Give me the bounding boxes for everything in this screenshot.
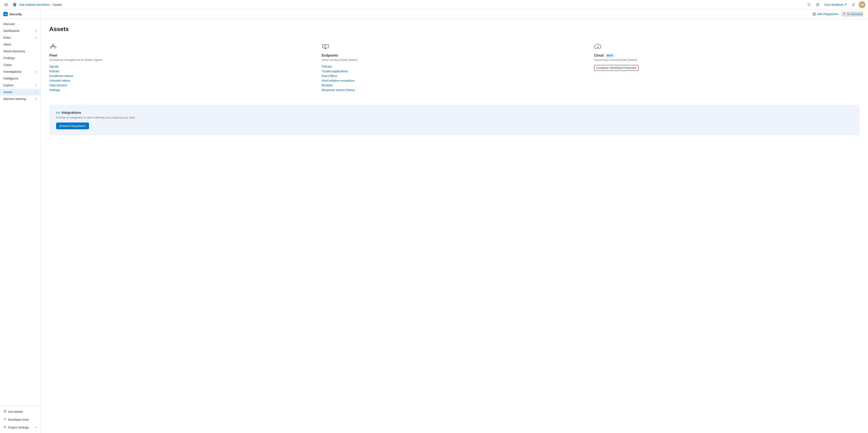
sidebar-item-explore[interactable]: Explore ⊞ <box>0 82 40 89</box>
sidebar-item-developer-tools[interactable]: Developer tools <box>0 415 40 424</box>
sidebar-item-alerts[interactable]: Alerts <box>0 41 40 48</box>
sidebar-title: Security <box>9 12 22 16</box>
developer-tools-label: Developer tools <box>8 418 29 421</box>
endpoints-icon <box>321 43 587 52</box>
project-settings-icon <box>3 426 6 429</box>
sidebar-item-intelligence[interactable]: Intelligence <box>0 75 40 82</box>
feedback-label: Give feedback <box>825 3 843 6</box>
help-button[interactable] <box>814 2 821 7</box>
endpoints-title: Endpoints <box>321 54 587 57</box>
endpoints-link-blocklist[interactable]: Blocklist <box>321 84 587 87</box>
svg-point-15 <box>52 44 54 46</box>
integrations-icon <box>56 111 60 115</box>
notifications-button[interactable] <box>850 2 857 7</box>
breadcrumb-separator: / <box>51 3 52 6</box>
sidebar-item-attack-discovery[interactable]: Attack discovery <box>0 48 40 55</box>
ai-assistant-label: AI Assistant <box>847 12 863 16</box>
avatar[interactable]: NA <box>859 1 865 8</box>
ml-grid-icon: ⊞ <box>35 97 37 100</box>
sidebar-item-discover[interactable]: Discover <box>0 21 40 27</box>
cloud-icon <box>594 43 860 52</box>
endpoints-link-host-isolation-exceptions[interactable]: Host isolation exceptions <box>321 79 587 82</box>
page-title: Assets <box>49 26 860 32</box>
sidebar-item-project-settings[interactable]: Project Settings <box>0 424 40 431</box>
main-header: Add integrations AI Assistant <box>41 9 868 19</box>
fleet-card: Fleet Centralized management for Elastic… <box>49 39 315 96</box>
developer-tools-icon <box>3 418 6 421</box>
project-name[interactable]: nick-testbed-serverless <box>19 3 50 6</box>
sidebar-logo <box>3 12 8 16</box>
sidebar-item-get-started[interactable]: Get started <box>0 408 40 415</box>
get-started-icon <box>3 410 6 413</box>
svg-rect-2 <box>4 5 8 6</box>
integrations-description: Choose an integration to start collectin… <box>56 116 853 119</box>
endpoints-link-policies[interactable]: Policies <box>321 65 587 68</box>
add-integrations-label: Add integrations <box>817 12 838 16</box>
cloud-title: Cloud BETA <box>594 54 860 57</box>
sidebar-item-machine-learning[interactable]: Machine learning ⊞ <box>0 95 40 102</box>
sidebar-item-rules[interactable]: Rules ⊞ <box>0 34 40 41</box>
cloud-subtitle: Cloud hosts running Elastic Defend <box>594 58 860 61</box>
fleet-link-uninstall-tokens[interactable]: Uninstall tokens <box>49 79 315 82</box>
endpoints-subtitle: Hosts running Elastic Defend. <box>321 58 587 61</box>
sidebar-item-investigations[interactable]: Investigations ⊞ <box>0 68 40 75</box>
topbar-actions: Give feedback NA <box>806 1 866 8</box>
fleet-icon <box>49 43 315 52</box>
svg-point-13 <box>4 427 5 428</box>
svg-point-16 <box>50 47 52 48</box>
app-body: Security Discover Dashboards ⊞ Rules ⊞ A… <box>0 9 868 433</box>
cloud-card: Cloud BETA Cloud hosts running Elastic D… <box>594 39 860 96</box>
search-button[interactable] <box>806 2 812 7</box>
fleet-link-enrollment-tokens[interactable]: Enrollment tokens <box>49 74 315 78</box>
integrations-section: Integrations Choose an integration to st… <box>49 105 860 135</box>
sidebar: Security Discover Dashboards ⊞ Rules ⊞ A… <box>0 9 41 433</box>
project-settings-expand-icon <box>35 426 37 429</box>
main-content: Add integrations AI Assistant Assets <box>41 9 868 433</box>
fleet-title: Fleet <box>49 54 315 57</box>
endpoints-card: Endpoints Hosts running Elastic Defend. … <box>321 39 587 96</box>
ai-assistant-button[interactable]: AI Assistant <box>842 12 863 16</box>
give-feedback-button[interactable]: Give feedback <box>823 2 849 7</box>
fleet-link-settings[interactable]: Settings <box>49 88 315 92</box>
assets-grid-icon: ⊞ <box>35 91 37 93</box>
sidebar-item-dashboards[interactable]: Dashboards ⊞ <box>0 27 40 34</box>
fleet-link-policies[interactable]: Policies <box>49 69 315 73</box>
project-settings-label: Project Settings <box>8 426 29 429</box>
ai-assistant-icon <box>842 12 846 16</box>
sidebar-bottom: Get started Developer tools Project Sett… <box>0 406 40 433</box>
breadcrumb-current: Assets <box>53 3 62 6</box>
sidebar-header: Security <box>0 9 40 19</box>
rules-grid-icon: ⊞ <box>35 36 37 39</box>
endpoints-link-event-filters[interactable]: Event filters <box>321 74 587 78</box>
topbar: nick-testbed-serverless / Assets Give fe… <box>0 0 868 9</box>
sidebar-item-cases[interactable]: Cases <box>0 61 40 68</box>
svg-point-17 <box>54 47 56 48</box>
investigations-grid-icon: ⊞ <box>35 70 37 73</box>
sidebar-item-findings[interactable]: Findings <box>0 55 40 61</box>
get-started-label: Get started <box>8 410 23 413</box>
add-integrations-icon <box>813 12 816 16</box>
content-area: Assets <box>41 19 868 142</box>
svg-rect-1 <box>4 4 8 5</box>
beta-badge: BETA <box>605 54 614 57</box>
breadcrumb: nick-testbed-serverless / Assets <box>19 3 62 6</box>
explore-grid-icon: ⊞ <box>35 84 37 87</box>
browse-integrations-button[interactable]: Browse integrations <box>56 122 89 129</box>
endpoints-link-trusted-applications[interactable]: Trusted applications <box>321 69 587 73</box>
menu-toggle-button[interactable] <box>3 2 10 7</box>
svg-rect-0 <box>4 3 8 4</box>
cloud-link-container-workload-protection[interactable]: Container Workload Protection <box>594 65 639 71</box>
svg-point-8 <box>808 3 810 5</box>
fleet-link-agents[interactable]: Agents <box>49 65 315 68</box>
dashboards-grid-icon: ⊞ <box>35 29 37 32</box>
assets-cards-grid: Fleet Centralized management for Elastic… <box>49 39 860 96</box>
endpoints-link-response-actions-history[interactable]: Response actions history <box>321 88 587 92</box>
svg-line-9 <box>810 5 810 6</box>
fleet-subtitle: Centralized management for Elastic Agent… <box>49 58 315 61</box>
integrations-title: Integrations <box>56 111 853 115</box>
sidebar-item-assets[interactable]: Assets ⊞ <box>0 89 40 95</box>
fleet-link-data-streams[interactable]: Data streams <box>49 84 315 87</box>
integrations-content: Integrations Choose an integration to st… <box>56 111 853 129</box>
elastic-logo <box>11 2 18 8</box>
add-integrations-button[interactable]: Add integrations <box>813 12 838 16</box>
